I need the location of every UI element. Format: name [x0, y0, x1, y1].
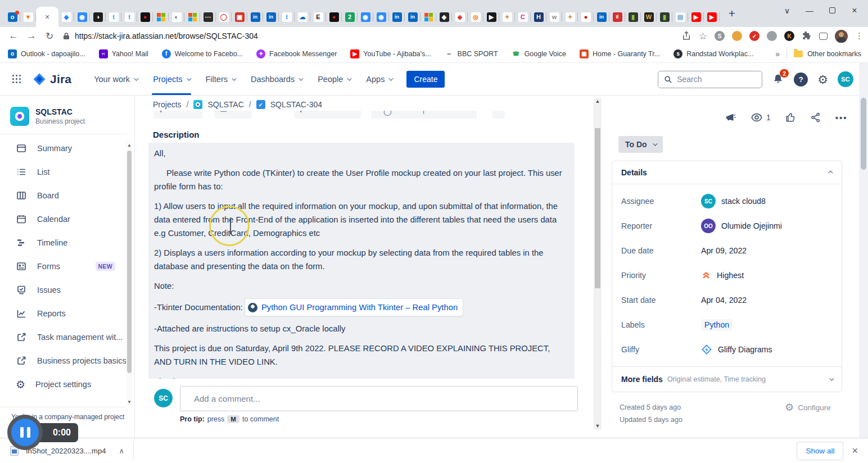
nav-item-filters[interactable]: Filters — [198, 63, 243, 95]
tab-linkedin[interactable]: in — [389, 7, 405, 27]
smart-link-card[interactable]: Python GUI Programming With Tkinter – Re… — [245, 299, 463, 316]
close-download-bar-icon[interactable]: × — [852, 445, 858, 457]
sidebar-item-board[interactable]: Board — [0, 184, 134, 207]
tab-h-navy[interactable]: H — [531, 7, 546, 27]
tab-twitter[interactable]: t — [106, 7, 121, 27]
share-nodes-icon[interactable] — [810, 112, 821, 123]
skype-extension-icon[interactable]: S — [715, 31, 725, 41]
search-input[interactable]: Search — [658, 71, 762, 88]
tab-twitter[interactable]: t — [121, 7, 137, 27]
jira-logo[interactable]: Jira — [33, 72, 71, 86]
page-scrollbar[interactable] — [859, 63, 868, 438]
sidebar-item-reports[interactable]: Reports — [0, 302, 134, 325]
toolbar-fragment[interactable]: ˅ — [153, 111, 203, 119]
tab-android-green[interactable]: ▮ — [625, 7, 641, 27]
tab-youtube[interactable]: ▶ — [688, 7, 704, 27]
bookmark-facebook[interactable]: fWelcome to Facebo... — [162, 49, 243, 58]
tab-outlook[interactable]: o — [4, 7, 20, 27]
tab-gitlab[interactable]: ▼ — [20, 7, 36, 27]
breadcrumb-project[interactable]: SQLSTAC — [207, 100, 243, 109]
field-due-date[interactable]: Due dateApr 09, 2022 — [621, 238, 833, 263]
add-comment-input[interactable]: Add a comment... — [180, 386, 578, 411]
watchers[interactable]: 1 — [751, 111, 771, 124]
bookmark-google-voice[interactable]: ☎Google Voice — [512, 49, 566, 58]
download-item-chevron-icon[interactable]: ∧ — [119, 447, 124, 455]
tab-red-square[interactable]: ▣ — [232, 7, 247, 27]
bookmark-guaranty[interactable]: ▦Home - Guaranty Tr... — [580, 49, 660, 58]
pause-recording-button[interactable] — [7, 415, 43, 450]
tab-microsoft[interactable] — [153, 7, 169, 27]
tab-zoom[interactable]: ◉ — [373, 7, 389, 27]
tab-twitter[interactable]: t — [279, 7, 295, 27]
tab-redhat[interactable]: ● — [578, 7, 594, 27]
bookmark-yahoo[interactable]: Y!Yahoo! Mail — [99, 49, 148, 58]
url-text[interactable]: https://stack-jira.atlassian.net/browse/… — [75, 31, 258, 40]
tab-wor[interactable]: w — [546, 7, 562, 27]
gray-extension-extension-icon[interactable] — [767, 31, 777, 41]
more-actions-icon[interactable]: ••• — [835, 113, 848, 122]
tab-doc[interactable]: ▤ — [672, 7, 688, 27]
tab-globe[interactable]: ◐ — [169, 7, 184, 27]
close-tab-icon[interactable]: × — [45, 12, 49, 21]
feedback-megaphone-icon[interactable] — [724, 111, 736, 124]
tab-menu-dark[interactable]: ⋯ — [200, 7, 216, 27]
toolbar-fragment[interactable] — [492, 111, 505, 119]
tab-red-diamond[interactable]: ◆ — [452, 7, 468, 27]
tab-play-dark[interactable]: ▶ — [483, 7, 499, 27]
label-python[interactable]: Python — [701, 319, 733, 330]
content-scrollbar[interactable]: ▲ ▼ — [594, 98, 602, 429]
new-tab-button[interactable]: + — [724, 6, 740, 21]
field-start-date[interactable]: Start dateApr 04, 2022 — [621, 288, 833, 312]
tab-target-orange[interactable]: ◎ — [468, 7, 483, 27]
toolbar-fragment[interactable]: ˅ — [295, 111, 361, 119]
tab-youtube[interactable]: ▶ — [704, 7, 720, 27]
tab-android-green[interactable]: ▮ — [657, 7, 672, 27]
tab-red-ring[interactable]: ◯ — [216, 7, 232, 27]
details-header[interactable]: Details — [612, 161, 842, 184]
sidebar-item-timeline[interactable]: Timeline — [0, 231, 134, 255]
other-bookmarks-label[interactable]: Other bookmarks — [807, 50, 861, 58]
content-scrollbar-thumb[interactable] — [595, 128, 600, 288]
minimize-button[interactable]: — — [798, 6, 821, 15]
tab-microsoft[interactable] — [421, 7, 436, 27]
tab-indeed[interactable]: Il — [609, 7, 625, 27]
tab-linkedin[interactable]: in — [263, 7, 279, 27]
sidebar-item-task-management-wit[interactable]: Task management wit... — [0, 325, 134, 349]
sidebar-item-business-projects-basics[interactable]: Business projects basics — [0, 349, 134, 373]
tab-c-pink[interactable]: C — [515, 7, 531, 27]
sidebar-scrollbar-thumb[interactable] — [127, 151, 132, 373]
adguard-shield-extension-icon[interactable]: ✓ — [749, 31, 760, 41]
tab-linkedin[interactable]: in — [405, 7, 421, 27]
sidebar-item-summary[interactable]: Summary — [0, 137, 134, 160]
tab-green-2[interactable]: 2 — [342, 7, 358, 27]
sidebar-item-issues[interactable]: Issues — [0, 278, 134, 302]
tab-search-chevron-icon[interactable]: ∨ — [776, 6, 798, 15]
sidebar-scrollbar[interactable]: ▲ ▼ — [126, 142, 133, 406]
tab-hand-amber[interactable]: ✦ — [499, 7, 515, 27]
browser-profile-avatar[interactable] — [835, 30, 848, 43]
refresh-button[interactable]: ↻ — [40, 30, 58, 42]
nav-item-dashboards[interactable]: Dashboards — [243, 63, 310, 95]
maximize-button[interactable] — [821, 6, 843, 15]
sidebar-item-forms[interactable]: FormsNEW — [0, 255, 134, 278]
bookmark-messenger[interactable]: ✦Facebook Messenger — [256, 49, 337, 58]
create-button[interactable]: Create — [406, 71, 445, 88]
sidebar-item-project-settings[interactable]: ⚙Project settings — [0, 373, 134, 396]
browser-menu-icon[interactable]: ⋮ — [855, 31, 864, 41]
close-window-button[interactable]: × — [843, 6, 866, 16]
user-avatar[interactable]: SC — [838, 71, 853, 87]
bookmark-bbc[interactable]: ▪▪▪BBC SPORT — [445, 49, 498, 58]
tab-jordan[interactable]: ● — [137, 7, 153, 27]
show-all-downloads-button[interactable]: Show all — [797, 442, 843, 460]
field-priority[interactable]: PriorityHighest — [621, 263, 833, 288]
configure-button[interactable]: ⚙ Configure — [785, 402, 831, 412]
help-button[interactable]: ? — [794, 72, 808, 87]
tab-zoom[interactable]: ◉ — [74, 7, 90, 27]
nav-item-apps[interactable]: Apps — [358, 63, 400, 95]
bookmark-star-icon[interactable]: ☆ — [699, 30, 707, 42]
tab-jordan[interactable]: ● — [326, 7, 342, 27]
description-field[interactable]: All,Please write Python code (TKinter) t… — [148, 143, 575, 379]
sidebar-item-calendar[interactable]: Calendar — [0, 207, 134, 231]
active-tab[interactable]: × — [36, 7, 58, 27]
tab-jira[interactable]: ◆ — [58, 7, 74, 27]
